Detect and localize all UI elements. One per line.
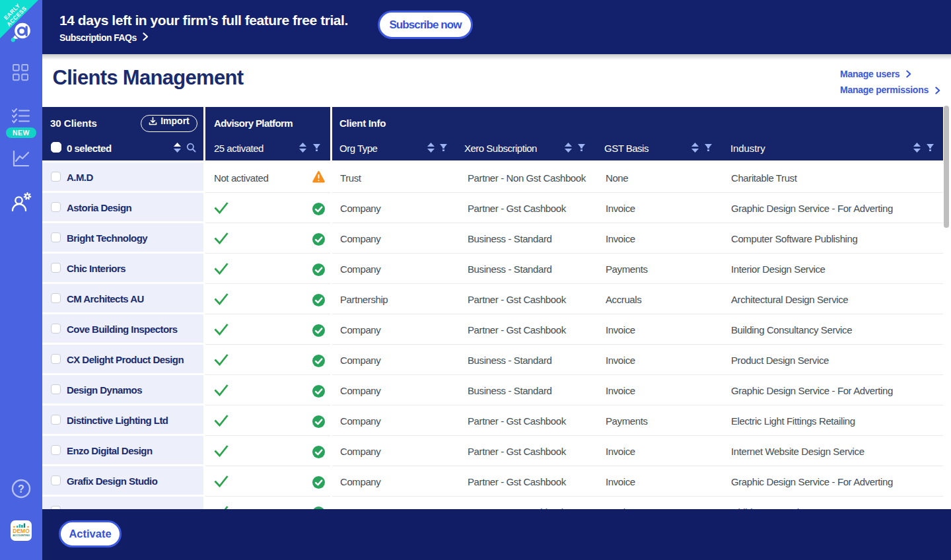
svg-text:?: ? xyxy=(18,483,24,495)
